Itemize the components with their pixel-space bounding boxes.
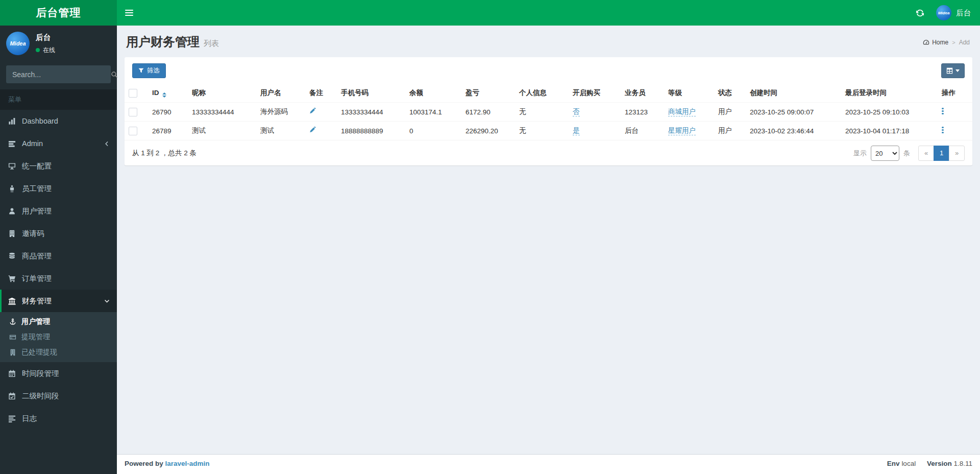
column-header-balance: 余额 bbox=[405, 84, 461, 103]
sidebar-subitem-withdraw-management[interactable]: 提现管理 bbox=[0, 329, 117, 345]
level-link[interactable]: 星耀用户 bbox=[668, 127, 696, 135]
cell-created-at: 2023-10-25 09:00:07 bbox=[746, 103, 841, 122]
column-header-created-at: 创建时间 bbox=[746, 84, 841, 103]
sidebar-item-product-management[interactable]: 商品管理 bbox=[0, 245, 117, 267]
cell-salesman: 后台 bbox=[621, 122, 664, 140]
sidebar-item-logs[interactable]: 日志 bbox=[0, 407, 117, 430]
per-page-unit: 条 bbox=[903, 149, 910, 158]
powered-by-label: Powered by bbox=[125, 460, 163, 467]
user-menu[interactable]: Midea 后台 bbox=[931, 0, 976, 26]
search-icon bbox=[111, 71, 118, 78]
finance-submenu: 用户管理 提现管理 已处理提现 bbox=[0, 312, 117, 362]
pagination-summary: 从 1 到 2 ，总共 2 条 bbox=[132, 149, 197, 158]
column-header-profit: 盈亏 bbox=[461, 84, 515, 103]
sidebar-toggle-button[interactable] bbox=[117, 0, 141, 26]
search-input[interactable] bbox=[6, 70, 111, 79]
column-header-id[interactable]: ID bbox=[148, 84, 188, 103]
select-all-checkbox[interactable] bbox=[129, 89, 137, 98]
row-checkbox[interactable] bbox=[129, 127, 137, 135]
sidebar-item-invite-code[interactable]: 邀请码 bbox=[0, 222, 117, 245]
sidebar-item-timeslot-management[interactable]: 时间段管理 bbox=[0, 362, 117, 385]
avatar: Midea bbox=[936, 5, 951, 20]
row-actions-button[interactable] bbox=[942, 127, 944, 134]
env-label: Env bbox=[887, 460, 900, 467]
column-header-personal-info: 个人信息 bbox=[515, 84, 569, 103]
user-icon bbox=[8, 207, 22, 215]
page-title: 用户财务管理列表 bbox=[126, 35, 219, 49]
data-card: 筛选 ID 昵称 用户名 bbox=[125, 57, 972, 165]
cell-username: 海外源码 bbox=[256, 103, 305, 122]
sidebar-item-admin[interactable]: Admin bbox=[0, 132, 117, 155]
sidebar-user-status[interactable]: 在线 bbox=[36, 46, 55, 55]
male-icon bbox=[8, 185, 22, 193]
funnel-icon bbox=[138, 68, 144, 74]
shopping-cart-icon bbox=[8, 275, 22, 282]
breadcrumb: Home > Add bbox=[923, 39, 970, 46]
sidebar-subitem-user-finance[interactable]: 用户管理 bbox=[0, 314, 117, 329]
sidebar-search bbox=[6, 65, 111, 83]
version-label: Version bbox=[927, 460, 952, 467]
version-value: 1.8.11 bbox=[953, 460, 972, 467]
table-row: 26789 测试 测试 18888888889 0 226290.20 无 是 … bbox=[125, 122, 972, 140]
sidebar-item-secondary-timeslot[interactable]: 二级时间段 bbox=[0, 385, 117, 407]
cell-id: 26790 bbox=[148, 103, 188, 122]
page-subtitle: 列表 bbox=[204, 39, 219, 48]
dashboard-gauge-icon bbox=[923, 39, 929, 46]
caret-down-icon bbox=[955, 69, 960, 72]
sidebar: Midea 后台 在线 菜单 Dashboard Adm bbox=[0, 26, 117, 474]
per-page-select[interactable]: 20 bbox=[871, 146, 899, 161]
sidebar-item-staff-management[interactable]: 员工管理 bbox=[0, 177, 117, 200]
row-actions-button[interactable] bbox=[942, 108, 944, 115]
cell-last-login: 2023-10-25 09:10:03 bbox=[841, 103, 938, 122]
sidebar-item-user-management[interactable]: 用户管理 bbox=[0, 200, 117, 222]
tasks-icon bbox=[8, 140, 22, 148]
level-link[interactable]: 商城用户 bbox=[668, 108, 696, 116]
filter-button[interactable]: 筛选 bbox=[132, 63, 166, 78]
cell-username: 测试 bbox=[256, 122, 305, 140]
sidebar-item-order-management[interactable]: 订单管理 bbox=[0, 267, 117, 290]
row-checkbox[interactable] bbox=[129, 108, 137, 116]
edit-remark-icon[interactable] bbox=[309, 127, 316, 133]
column-header-remark: 备注 bbox=[305, 84, 337, 103]
table-row: 26790 13333334444 海外源码 13333334444 10031… bbox=[125, 103, 972, 122]
building-icon bbox=[9, 349, 21, 356]
log-lines-icon bbox=[8, 415, 22, 422]
bank-icon bbox=[8, 297, 22, 305]
cell-phone: 18888888889 bbox=[337, 122, 405, 140]
buy-enabled-link[interactable]: 是 bbox=[573, 127, 580, 135]
table-grid-icon bbox=[946, 67, 953, 74]
column-header-salesman: 业务员 bbox=[621, 84, 664, 103]
pagination: « 1 » bbox=[918, 146, 965, 161]
cell-profit: 226290.20 bbox=[461, 122, 515, 140]
buy-enabled-link[interactable]: 否 bbox=[573, 108, 580, 116]
cell-balance: 0 bbox=[405, 122, 461, 140]
cell-phone: 13333334444 bbox=[337, 103, 405, 122]
column-header-actions: 操作 bbox=[938, 84, 972, 103]
env-value: local bbox=[901, 460, 916, 467]
pagination-page-1[interactable]: 1 bbox=[934, 146, 949, 161]
refresh-button[interactable] bbox=[909, 0, 931, 26]
column-header-status: 状态 bbox=[714, 84, 746, 103]
search-button[interactable] bbox=[111, 65, 118, 83]
column-selector-button[interactable] bbox=[941, 63, 965, 78]
sidebar-subitem-processed-withdraw[interactable]: 已处理提现 bbox=[0, 345, 117, 360]
laravel-admin-link[interactable]: laravel-admin bbox=[165, 460, 210, 467]
sidebar-item-unified-config[interactable]: 统一配置 bbox=[0, 155, 117, 177]
sidebar-item-finance-management[interactable]: 财务管理 bbox=[0, 290, 117, 312]
breadcrumb-separator: > bbox=[952, 39, 955, 45]
column-header-last-login: 最后登录时间 bbox=[841, 84, 938, 103]
table-header-row: ID 昵称 用户名 备注 手机号码 余额 盈亏 个人信息 开启购买 业务员 等级… bbox=[125, 84, 972, 103]
cell-nickname: 测试 bbox=[188, 122, 256, 140]
breadcrumb-home[interactable]: Home bbox=[923, 39, 948, 46]
edit-remark-icon[interactable] bbox=[309, 108, 316, 114]
sidebar-item-dashboard[interactable]: Dashboard bbox=[0, 110, 117, 132]
refresh-icon bbox=[916, 9, 924, 17]
pagination-next[interactable]: » bbox=[949, 146, 965, 161]
sort-icon[interactable] bbox=[162, 92, 166, 98]
anchor-icon bbox=[9, 318, 21, 325]
online-status-icon bbox=[36, 48, 40, 52]
per-page-label: 显示 bbox=[853, 149, 867, 158]
cell-nickname: 13333334444 bbox=[188, 103, 256, 122]
app-logo[interactable]: 后台管理 bbox=[0, 0, 117, 26]
pagination-prev[interactable]: « bbox=[918, 146, 934, 161]
